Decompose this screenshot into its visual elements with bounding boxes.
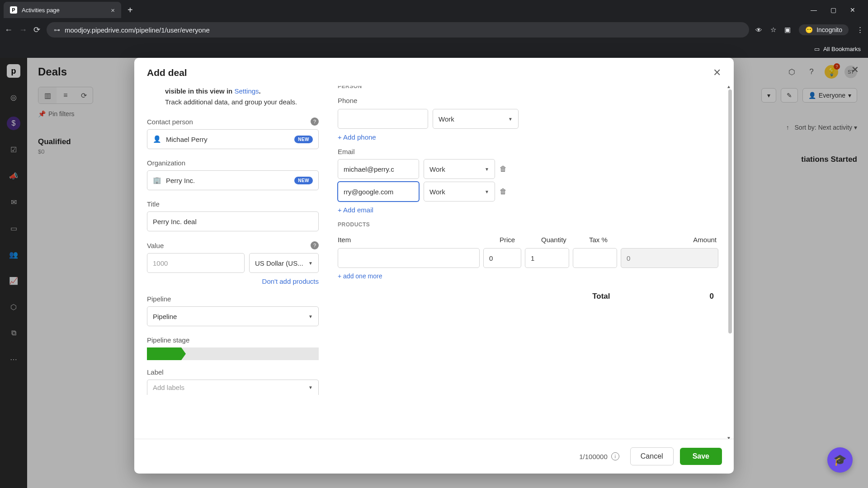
product-item-input[interactable]: [338, 248, 480, 268]
add-email-link[interactable]: + Add email: [338, 206, 373, 214]
bookmarks-folder-icon[interactable]: ▭: [814, 46, 820, 52]
menu-icon[interactable]: ⋮: [857, 26, 863, 34]
browser-tab[interactable]: P Activities page ×: [4, 2, 121, 18]
eye-off-icon[interactable]: 👁: [755, 26, 762, 34]
all-bookmarks-label[interactable]: All Bookmarks: [823, 46, 861, 52]
back-icon[interactable]: ←: [5, 25, 13, 35]
contact-person-label: Contact person: [147, 118, 193, 126]
maximize-icon[interactable]: ▢: [830, 6, 836, 14]
product-tax-input[interactable]: [573, 248, 617, 268]
stage-4[interactable]: [250, 347, 284, 360]
add-phone-link[interactable]: + Add phone: [338, 133, 376, 141]
col-tax: Tax %: [589, 236, 637, 244]
url-bar[interactable]: ⊶ moodjoy.pipedrive.com/pipeline/1/user/…: [47, 22, 749, 38]
contact-person-field: Contact person ? 👤 NEW: [147, 117, 319, 149]
total-value: 0: [710, 292, 714, 301]
pipeline-stage-field: Pipeline stage: [147, 336, 319, 360]
email-2-input[interactable]: [338, 182, 419, 202]
stage-5[interactable]: [284, 347, 319, 360]
title-value[interactable]: [153, 218, 313, 225]
settings-link[interactable]: Settings: [234, 87, 259, 95]
title-input[interactable]: [147, 211, 319, 231]
chevron-down-icon: ▼: [485, 167, 489, 172]
incognito-badge[interactable]: 😶 Incognito: [799, 24, 849, 35]
currency-value: US Dollar (US...: [255, 259, 303, 267]
col-price: Price: [500, 236, 541, 244]
scroll-thumb[interactable]: [728, 89, 732, 333]
value-field: Value ? US Dollar (US... ▼ Don't add pro…: [147, 241, 319, 285]
email-label: Email: [338, 148, 355, 155]
scroll-up-icon[interactable]: ▲: [726, 86, 731, 89]
trash-icon[interactable]: 🗑: [500, 165, 507, 173]
currency-select[interactable]: US Dollar (US... ▼: [249, 253, 319, 273]
help-fab[interactable]: 🎓: [827, 447, 853, 473]
phone-input[interactable]: [338, 109, 428, 129]
pipeline-stages[interactable]: [147, 347, 319, 360]
organization-value[interactable]: [166, 177, 290, 184]
bookmark-star-icon[interactable]: ☆: [770, 26, 776, 34]
value-amount[interactable]: [153, 259, 239, 267]
help-icon[interactable]: ?: [311, 241, 319, 249]
products-section-label: PRODUCTS: [338, 221, 718, 228]
email-2-value[interactable]: [344, 188, 429, 196]
info-line2: Track additional data, and group your de…: [165, 97, 319, 108]
info-suffix: .: [259, 87, 261, 95]
product-row: [338, 248, 718, 268]
chevron-down-icon: ▼: [508, 117, 513, 122]
count-text: 1/100000: [579, 453, 608, 460]
modal-title: Add deal: [147, 67, 187, 78]
organization-input[interactable]: 🏢 NEW: [147, 170, 319, 190]
tab-title: Activities page: [22, 7, 60, 14]
minimize-icon[interactable]: —: [811, 6, 817, 14]
info-icon[interactable]: i: [611, 452, 619, 460]
email-1-input[interactable]: [338, 159, 419, 179]
panel-icon[interactable]: ▣: [784, 26, 791, 34]
contact-person-input[interactable]: 👤 NEW: [147, 129, 319, 149]
value-input[interactable]: [147, 253, 245, 273]
pipeline-stage-label: Pipeline stage: [147, 336, 189, 344]
close-icon[interactable]: ✕: [713, 67, 721, 79]
phone-value[interactable]: [344, 115, 429, 123]
email-2-type-select[interactable]: Work ▼: [424, 182, 495, 202]
product-price-input[interactable]: [483, 248, 521, 268]
incognito-label: Incognito: [816, 26, 842, 33]
scrollbar[interactable]: ▲ ▼: [727, 86, 732, 439]
label-field: Label Add labels ▼: [147, 368, 319, 395]
organization-field: Organization 🏢 NEW: [147, 159, 319, 190]
cancel-button[interactable]: Cancel: [630, 447, 674, 465]
stage-1[interactable]: [147, 347, 181, 360]
window-controls: — ▢ ✕: [811, 6, 864, 14]
close-window-icon[interactable]: ✕: [850, 6, 855, 14]
modal-footer: 1/100000 i Cancel Save: [134, 439, 734, 474]
phone-label: Phone: [338, 97, 357, 104]
pipeline-select[interactable]: Pipeline ▼: [147, 306, 319, 326]
new-badge: NEW: [294, 177, 313, 184]
dont-add-products-link[interactable]: Don't add products: [147, 277, 319, 285]
email-row-2: Work ▼ 🗑: [338, 182, 718, 202]
phone-type-select[interactable]: Work ▼: [433, 109, 519, 129]
product-qty-input[interactable]: [525, 248, 569, 268]
email-1-type-select[interactable]: Work ▼: [424, 159, 495, 179]
new-tab-button[interactable]: +: [125, 5, 136, 15]
contact-person-value[interactable]: [166, 136, 290, 143]
add-one-more-link[interactable]: + add one more: [338, 272, 382, 280]
stage-2[interactable]: [181, 347, 216, 360]
products-header: Item Price Quantity Tax % Amount: [338, 236, 718, 244]
bookmarks-bar: ▭ All Bookmarks: [0, 40, 868, 58]
email-1-value[interactable]: [344, 165, 429, 173]
person-section-label: PERSON: [338, 86, 718, 89]
stage-3[interactable]: [216, 347, 250, 360]
reload-icon[interactable]: ⟳: [33, 25, 40, 35]
label-select[interactable]: Add labels ▼: [147, 380, 319, 395]
help-icon[interactable]: ?: [311, 117, 319, 126]
product-amount-input: [621, 248, 718, 268]
modal-left-column: visible in this view in Settings. Track …: [134, 86, 330, 439]
chevron-down-icon: ▼: [485, 189, 489, 194]
tab-close-icon[interactable]: ×: [111, 6, 115, 14]
scroll-down-icon[interactable]: ▼: [726, 436, 731, 439]
save-button[interactable]: Save: [680, 448, 722, 465]
chevron-down-icon: ▼: [308, 385, 313, 390]
pipeline-label: Pipeline: [147, 295, 171, 303]
site-info-icon[interactable]: ⊶: [54, 26, 60, 33]
trash-icon[interactable]: 🗑: [500, 188, 507, 196]
